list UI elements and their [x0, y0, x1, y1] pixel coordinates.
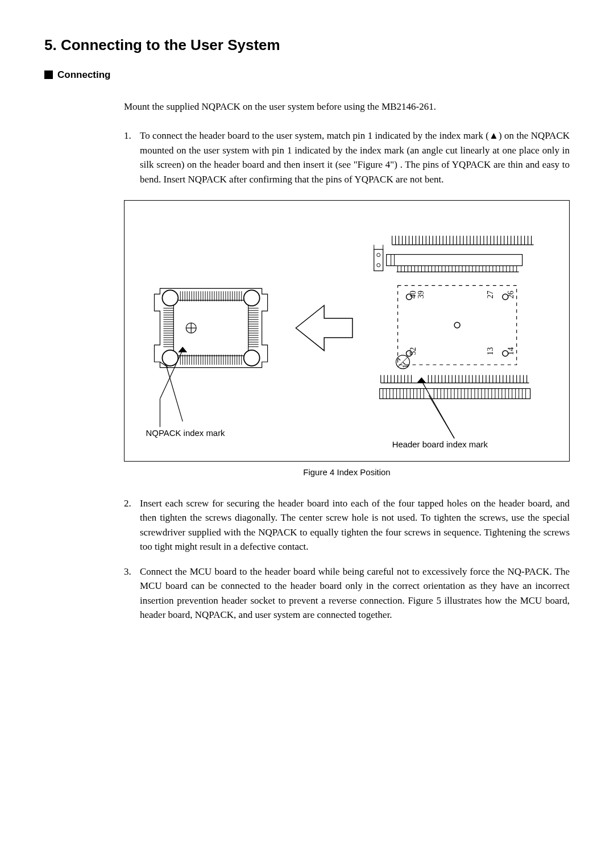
pin-27: 27 — [486, 290, 495, 298]
step-number: 2. — [124, 496, 140, 554]
svg-line-190 — [398, 358, 406, 365]
pin-13: 13 — [486, 347, 495, 355]
step-text: Insert each screw for securing the heade… — [140, 496, 570, 554]
subheading-text: Connecting — [57, 69, 111, 80]
header-board-label: Header board index mark — [392, 439, 488, 449]
svg-line-285 — [429, 396, 454, 439]
svg-point-7 — [244, 350, 260, 366]
svg-point-186 — [377, 264, 380, 267]
step-number: 1. — [124, 128, 140, 186]
svg-rect-184 — [374, 250, 383, 271]
nqpack-assembly — [154, 288, 267, 367]
step-text: To connect the header board to the user … — [140, 128, 570, 186]
svg-point-4 — [162, 290, 178, 306]
figure-caption: Figure 4 Index Position — [124, 466, 570, 479]
figure-svg: 40 39 27 26 52 1 13 14 — [125, 201, 569, 461]
svg-rect-0 — [173, 300, 248, 356]
subheading: Connecting — [44, 68, 570, 82]
svg-line-283 — [165, 364, 182, 422]
pin-40: 40 — [409, 290, 417, 298]
svg-point-6 — [162, 350, 178, 366]
svg-point-195 — [454, 322, 460, 328]
step-2: 2. Insert each screw for securing the he… — [124, 496, 570, 554]
pin-26: 26 — [507, 290, 515, 298]
svg-rect-144 — [387, 255, 522, 266]
nqpack-label: NQPACK index mark — [146, 428, 226, 438]
square-bullet-icon — [44, 70, 53, 79]
svg-point-5 — [244, 290, 260, 306]
arrow-icon — [296, 305, 352, 351]
step-text: Connect the MCU board to the header boar… — [140, 564, 570, 622]
pin-14: 14 — [507, 347, 515, 355]
step-1: 1. To connect the header board to the us… — [124, 128, 570, 186]
step-3: 3. Connect the MCU board to the header b… — [124, 564, 570, 622]
pin-39: 39 — [417, 290, 425, 298]
figure-4: 40 39 27 26 52 1 13 14 — [124, 200, 570, 462]
intro-paragraph: Mount the supplied NQPACK on the user sy… — [124, 99, 570, 114]
svg-rect-239 — [380, 389, 530, 399]
pin-52: 52 — [409, 347, 417, 355]
header-board-assembly: 40 39 27 26 52 1 13 14 — [374, 236, 534, 399]
step-number: 3. — [124, 564, 140, 622]
section-title: 5. Connecting to the User System — [44, 34, 570, 56]
svg-point-185 — [377, 254, 380, 257]
